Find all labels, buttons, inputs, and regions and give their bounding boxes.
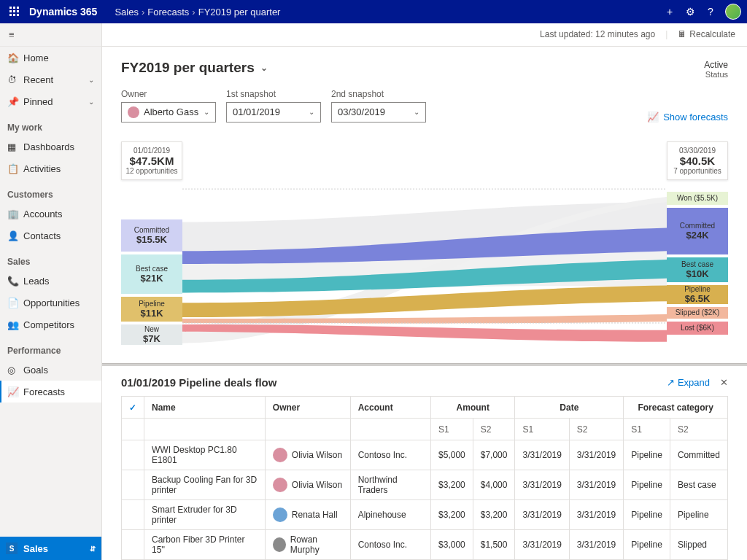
brand[interactable]: Dynamics 365 (29, 6, 97, 18)
snap1-label: 1st snapshot (226, 89, 321, 99)
stage-block[interactable]: New$7K (121, 324, 182, 345)
nav-icon: ◎ (7, 365, 18, 375)
add-icon[interactable]: + (659, 6, 680, 18)
sankey-chart: 01/01/2019 $47.5KM 12 opportunities 03/3… (121, 136, 728, 359)
sidebar-section-sales: Sales (0, 246, 101, 270)
stage-block[interactable]: Committed$15.5K (121, 219, 182, 252)
table-row[interactable]: Smart Extruder for 3D printer Renata Hal… (122, 500, 728, 530)
nav-icon: 📄 (7, 298, 18, 308)
nav-icon: 📞 (7, 276, 18, 286)
table-row[interactable]: Backup Cooling Fan for 3D printer Olivia… (122, 470, 728, 500)
sidebar-section-my-work: My work (0, 112, 101, 136)
sidebar-item-competitors[interactable]: 👥Competitors (0, 314, 101, 335)
hamburger-icon[interactable]: ≡ (0, 23, 101, 47)
snap2-dropdown[interactable]: 03/30/2019⌄ (331, 102, 426, 122)
expand-button[interactable]: ↗Expand (667, 377, 710, 388)
calculator-icon: 🖩 (678, 29, 686, 39)
main: Last updated: 12 minutes ago | 🖩 Recalcu… (102, 23, 747, 560)
sidebar-item-pinned[interactable]: 📌Pinned⌄ (0, 90, 101, 112)
area-letter: S (6, 542, 18, 554)
settings-icon[interactable]: ⚙ (680, 6, 700, 18)
snapshot-card-left: 01/01/2019 $47.5KM 12 opportunities (121, 141, 182, 180)
stage-block[interactable]: Best case$21K (121, 254, 182, 294)
stage-block[interactable]: Best case$10K (667, 257, 728, 282)
deals-title: 01/01/2019 Pipeline deals flow (121, 376, 276, 389)
avatar[interactable] (725, 4, 741, 20)
sidebar-item-recent[interactable]: ⏱Recent⌄ (0, 69, 101, 90)
col-date[interactable]: Date (515, 397, 624, 419)
stage-block[interactable]: Committed$24K (667, 208, 728, 254)
sidebar-item-leads[interactable]: 📞Leads (0, 270, 101, 292)
owner-avatar-icon (128, 106, 139, 118)
col-amount[interactable]: Amount (431, 397, 515, 419)
table-row[interactable]: Carbon Fiber 3D Printer 15'' Rowan Murph… (122, 530, 728, 560)
breadcrumb-item[interactable]: FY2019 per quarter (198, 7, 281, 18)
snap2-label: 2nd snapshot (331, 89, 426, 99)
svg-rect-6 (9, 14, 12, 16)
right-stage-column: Won ($5.5K)Committed$24KBest case$10KPip… (667, 192, 728, 338)
svg-rect-5 (17, 10, 19, 12)
nav-icon: 🏠 (7, 52, 18, 63)
sankey-flows (182, 136, 667, 359)
page-header: FY2019 per quarters ⌄ Active Status (102, 47, 747, 86)
col-name[interactable]: Name (144, 397, 266, 419)
svg-rect-4 (13, 10, 15, 12)
svg-rect-2 (17, 7, 19, 9)
avatar-icon (273, 508, 287, 522)
stage-block[interactable]: Won ($5.5K) (667, 192, 728, 205)
svg-rect-7 (13, 14, 15, 16)
sidebar-item-accounts[interactable]: 🏢Accounts (0, 203, 101, 225)
avatar-icon (273, 537, 286, 552)
snap1-dropdown[interactable]: 01/01/2019⌄ (226, 102, 321, 122)
area-switcher[interactable]: S Sales ⇵ (0, 537, 101, 560)
col-account[interactable]: Account (350, 397, 430, 419)
stage-block[interactable]: Pipeline$6.5K (667, 285, 728, 304)
nav-icon: 📋 (7, 163, 18, 174)
owner-dropdown[interactable]: Alberto Gass⌄ (121, 102, 216, 122)
status-field: Active Status (704, 60, 728, 79)
page-title[interactable]: FY2019 per quarters ⌄ (121, 60, 268, 76)
stage-block[interactable]: Lost ($6K) (667, 322, 728, 335)
nav-icon: 🏢 (7, 209, 18, 219)
app-launcher-icon[interactable] (6, 7, 23, 17)
area-label: Sales (23, 543, 48, 554)
nav-icon: ▦ (7, 141, 18, 152)
avatar-icon (273, 448, 287, 462)
help-icon[interactable]: ? (700, 6, 721, 18)
breadcrumb: Sales› Forecasts› FY2019 per quarter (115, 7, 280, 18)
close-icon[interactable]: ✕ (720, 377, 728, 388)
sidebar-item-opportunities[interactable]: 📄Opportunities (0, 292, 101, 314)
chevron-down-icon: ⌄ (260, 63, 268, 73)
sidebar-item-home[interactable]: 🏠Home (0, 47, 101, 69)
avatar-icon (273, 478, 287, 492)
col-forecast[interactable]: Forecast category (624, 397, 728, 419)
sidebar-item-forecasts[interactable]: 📈Forecasts (0, 381, 101, 402)
deals-grid: ✓ Name Owner Account Amount Date Forecas… (121, 396, 728, 560)
sidebar-item-contacts[interactable]: 👤Contacts (0, 225, 101, 246)
sidebar-item-goals[interactable]: ◎Goals (0, 359, 101, 381)
recalculate-button[interactable]: 🖩 Recalculate (678, 29, 735, 39)
chevron-updown-icon: ⇵ (90, 545, 96, 553)
checkmark-icon[interactable]: ✓ (129, 402, 136, 413)
sidebar-section-customers: Customers (0, 179, 101, 203)
top-bar: Dynamics 365 Sales› Forecasts› FY2019 pe… (0, 0, 747, 23)
left-stage-column: Committed$15.5KBest case$21KPipeline$11K… (121, 219, 182, 348)
filter-row: Owner Alberto Gass⌄ 1st snapshot 01/01/2… (102, 86, 747, 130)
nav-icon: 👥 (7, 319, 18, 330)
svg-rect-3 (9, 10, 12, 12)
breadcrumb-item[interactable]: Sales (115, 7, 139, 18)
chart-icon: 📈 (647, 112, 659, 122)
last-updated: Last updated: 12 minutes ago (540, 29, 655, 39)
nav-icon: 📈 (7, 386, 18, 397)
breadcrumb-item[interactable]: Forecasts (147, 7, 189, 18)
sidebar-item-activities[interactable]: 📋Activities (0, 158, 101, 179)
svg-rect-1 (13, 7, 15, 9)
stage-block[interactable]: Pipeline$11K (121, 297, 182, 322)
col-owner[interactable]: Owner (265, 397, 350, 419)
sidebar-item-dashboards[interactable]: ▦Dashboards (0, 136, 101, 158)
show-forecasts-link[interactable]: 📈 Show forecasts (647, 112, 728, 122)
chevron-down-icon: ⌄ (88, 98, 94, 106)
nav-icon: ⏱ (7, 74, 18, 85)
table-row[interactable]: WWI Desktop PC1.80 E1801 Olivia Wilson C… (122, 440, 728, 470)
stage-block[interactable]: Slipped ($2K) (667, 307, 728, 319)
